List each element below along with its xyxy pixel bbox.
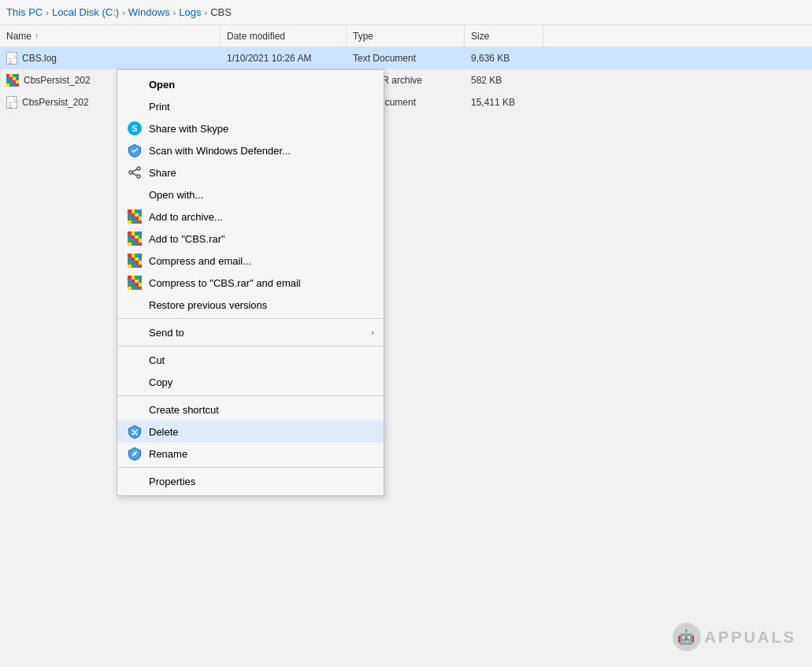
context-menu-item-create-shortcut[interactable]: Create shortcut	[117, 398, 384, 421]
file-size-cell: 9,636 KB	[465, 47, 543, 69]
context-menu-item-rename[interactable]: Rename	[117, 443, 384, 465]
send-to-arrow-icon: ›	[371, 328, 374, 337]
watermark-logo-icon: 🤖	[673, 623, 701, 651]
breadcrumb-this-pc[interactable]: This PC	[6, 6, 43, 18]
properties-icon	[127, 473, 143, 489]
column-header-date[interactable]: Date modified	[221, 25, 347, 46]
context-menu-divider-2	[117, 346, 384, 346]
context-menu: Open Print S Share with Skype Scan with …	[117, 69, 384, 496]
file-date-cell: 1/10/2021 10:26 AM	[221, 47, 347, 69]
context-menu-divider-1	[117, 318, 384, 319]
rar-icon-4	[127, 275, 143, 291]
context-menu-item-print[interactable]: Print	[117, 95, 384, 117]
watermark-logo: 🤖 APPUALS	[673, 623, 796, 651]
context-menu-item-add-cbs-rar[interactable]: Add to "CBS.rar"	[117, 228, 384, 250]
cut-icon	[127, 352, 143, 368]
send-to-icon	[127, 324, 143, 340]
column-header-name[interactable]: Name ↑	[0, 25, 221, 46]
file-name-cell: CBS.log	[0, 47, 221, 69]
sort-arrow-icon: ↑	[35, 31, 39, 40]
context-menu-item-compress-email[interactable]: Compress and email...	[117, 250, 384, 272]
breadcrumb-sep-1: ›	[46, 8, 49, 17]
context-menu-item-open-with[interactable]: Open with...	[117, 183, 384, 206]
breadcrumb-windows[interactable]: Windows	[128, 6, 170, 18]
breadcrumb-sep-3: ›	[173, 8, 176, 17]
defender-icon	[127, 143, 143, 158]
copy-icon	[127, 374, 143, 390]
svg-point-2	[137, 175, 140, 178]
file-size-cell: 15,411 KB	[465, 91, 543, 113]
svg-line-3	[132, 169, 137, 172]
context-menu-divider-3	[117, 395, 384, 396]
context-menu-item-open[interactable]: Open	[117, 73, 384, 95]
context-menu-item-properties[interactable]: Properties	[117, 470, 384, 492]
breadcrumb: This PC › Local Disk (C:) › Windows › Lo…	[0, 0, 812, 25]
context-menu-item-compress-cbs-email[interactable]: Compress to "CBS.rar" and email	[117, 272, 384, 294]
column-header-type[interactable]: Type	[347, 25, 465, 46]
context-menu-item-delete[interactable]: Delete	[117, 421, 384, 443]
file-type-cell: Text Document	[347, 47, 465, 69]
context-menu-divider-4	[117, 467, 384, 468]
open-with-icon	[127, 187, 143, 202]
rename-shield-icon	[127, 446, 143, 461]
table-row[interactable]: CBS.log 1/10/2021 10:26 AM Text Document…	[0, 47, 812, 69]
open-icon	[127, 76, 143, 92]
shortcut-icon	[127, 402, 143, 417]
rar-icon-1	[127, 209, 143, 224]
svg-line-4	[132, 173, 137, 176]
context-menu-item-copy[interactable]: Copy	[117, 371, 384, 393]
column-header-size[interactable]: Size	[465, 25, 543, 46]
svg-point-0	[137, 167, 140, 170]
share-icon	[127, 165, 143, 180]
breadcrumb-local-disk[interactable]: Local Disk (C:)	[52, 6, 119, 18]
column-name-label: Name	[6, 31, 32, 42]
breadcrumb-cbs: CBS	[210, 6, 232, 18]
rar-file-icon	[6, 74, 19, 87]
rar-icon-3	[127, 253, 143, 269]
context-menu-item-add-archive[interactable]: Add to archive...	[117, 206, 384, 228]
delete-shield-icon	[127, 424, 143, 439]
context-menu-item-share[interactable]: Share	[117, 161, 384, 183]
context-menu-item-cut[interactable]: Cut	[117, 349, 384, 371]
file-list-header: Name ↑ Date modified Type Size	[0, 25, 812, 47]
text-file-icon	[6, 96, 17, 109]
skype-icon: S	[127, 120, 143, 136]
breadcrumb-sep-4: ›	[204, 8, 207, 17]
file-size-cell: 582 KB	[465, 69, 543, 91]
context-menu-item-send-to[interactable]: Send to ›	[117, 321, 384, 343]
watermark: 🤖 APPUALS	[673, 623, 796, 651]
print-icon	[127, 98, 143, 114]
text-file-icon	[6, 52, 17, 65]
restore-icon	[127, 297, 143, 313]
watermark-text: APPUALS	[704, 628, 796, 647]
context-menu-item-skype[interactable]: S Share with Skype	[117, 117, 384, 139]
svg-point-1	[129, 171, 132, 174]
breadcrumb-logs[interactable]: Logs	[179, 6, 201, 18]
rar-icon-2	[127, 231, 143, 246]
breadcrumb-sep-2: ›	[122, 8, 125, 17]
context-menu-item-restore[interactable]: Restore previous versions	[117, 294, 384, 316]
context-menu-item-defender[interactable]: Scan with Windows Defender...	[117, 139, 384, 161]
